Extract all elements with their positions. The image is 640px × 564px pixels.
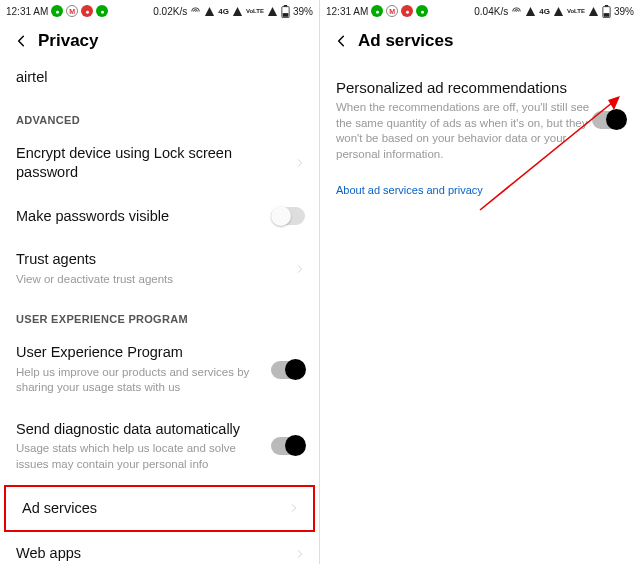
gmail-icon: M: [66, 5, 78, 17]
row-label: Send diagnostic data automatically: [16, 420, 269, 440]
settings-list: airtel ADVANCED Encrypt device using Loc…: [0, 64, 319, 564]
chevron-right-icon: [295, 262, 305, 276]
status-net: 4G: [218, 7, 229, 16]
row-trust-agents[interactable]: Trust agents View or deactivate trust ag…: [0, 238, 319, 299]
status-lte: VoLTE: [246, 8, 264, 14]
status-lte: VoLTE: [567, 8, 585, 14]
row-airtel[interactable]: airtel: [0, 64, 319, 100]
status-right: 0.04K/s 4G VoLTE 39%: [474, 5, 634, 18]
row-web-apps[interactable]: Web apps: [0, 532, 319, 564]
row-sublabel: Usage stats which help us locate and sol…: [16, 441, 269, 472]
chevron-right-icon: [295, 547, 305, 561]
whatsapp-icon: ●: [51, 5, 63, 17]
row-label: Encrypt device using Lock screen passwor…: [16, 144, 269, 183]
signal-icon: [525, 6, 536, 17]
row-label: Personalized ad recommendations: [336, 78, 590, 98]
chevron-right-icon: [295, 156, 305, 170]
status-bar: 12:31 AM ● M ● ● 0.02K/s 4G VoLTE 39%: [0, 0, 319, 22]
row-sublabel: View or deactivate trust agents: [16, 272, 269, 288]
status-battery: 39%: [614, 6, 634, 17]
signal-icon-2: [553, 6, 564, 17]
hotspot-icon: [190, 6, 201, 17]
status-bar: 12:31 AM ● M ● ● 0.04K/s 4G VoLTE 39%: [320, 0, 640, 22]
row-label: User Experience Program: [16, 343, 269, 363]
highlight-annotation: Ad services: [4, 485, 315, 533]
row-label: Web apps: [16, 544, 269, 564]
row-user-experience-program[interactable]: User Experience Program Help us improve …: [0, 331, 319, 408]
signal-icon-3: [588, 6, 599, 17]
page-title: Ad services: [358, 31, 453, 51]
section-advanced: ADVANCED: [0, 100, 319, 132]
page-title: Privacy: [38, 31, 99, 51]
row-send-diagnostic-data[interactable]: Send diagnostic data automatically Usage…: [0, 408, 319, 485]
svg-rect-2: [283, 13, 289, 17]
status-speed: 0.02K/s: [153, 6, 187, 17]
row-sublabel: Help us improve our products and service…: [16, 365, 269, 396]
status-time: 12:31 AM: [326, 6, 368, 17]
section-user-experience: USER EXPERIENCE PROGRAM: [0, 299, 319, 331]
row-label: Make passwords visible: [16, 207, 269, 227]
signal-icon-2: [232, 6, 243, 17]
gmail-icon: M: [386, 5, 398, 17]
whatsapp-icon: ●: [371, 5, 383, 17]
row-ad-services[interactable]: Ad services: [6, 487, 313, 531]
hotspot-icon: [511, 6, 522, 17]
status-time: 12:31 AM: [6, 6, 48, 17]
row-personalized-ad-recommendations[interactable]: Personalized ad recommendations When the…: [320, 64, 640, 176]
toggle-personalized-ads[interactable]: [592, 111, 626, 129]
header: Privacy: [0, 22, 319, 64]
toggle-diagnostic-data[interactable]: [271, 437, 305, 455]
status-net: 4G: [539, 7, 550, 16]
status-left: 12:31 AM ● M ● ●: [6, 5, 108, 17]
svg-rect-5: [604, 13, 610, 17]
app-icon: ●: [96, 5, 108, 17]
status-right: 0.02K/s 4G VoLTE 39%: [153, 5, 313, 18]
status-left: 12:31 AM ● M ● ●: [326, 5, 428, 17]
back-icon[interactable]: [330, 30, 352, 52]
header: Ad services: [320, 22, 640, 64]
row-label: airtel: [16, 68, 269, 88]
row-label: Ad services: [22, 499, 263, 519]
toggle-passwords-visible[interactable]: [271, 207, 305, 225]
screen-privacy: 12:31 AM ● M ● ● 0.02K/s 4G VoLTE 39%: [0, 0, 320, 564]
signal-icon: [204, 6, 215, 17]
row-make-passwords-visible[interactable]: Make passwords visible: [0, 195, 319, 239]
row-sublabel: When the recommendations are off, you'll…: [336, 100, 590, 162]
battery-icon: [602, 5, 611, 18]
toggle-user-experience[interactable]: [271, 361, 305, 379]
row-encrypt-device[interactable]: Encrypt device using Lock screen passwor…: [0, 132, 319, 195]
notification-icon: ●: [81, 5, 93, 17]
settings-list: Personalized ad recommendations When the…: [320, 64, 640, 196]
chevron-right-icon: [289, 501, 299, 515]
app-icon: ●: [416, 5, 428, 17]
battery-icon: [281, 5, 290, 18]
link-about-ad-services[interactable]: About ad services and privacy: [320, 176, 640, 196]
row-label: Trust agents: [16, 250, 269, 270]
screen-ad-services: 12:31 AM ● M ● ● 0.04K/s 4G VoLTE 39%: [320, 0, 640, 564]
signal-icon-3: [267, 6, 278, 17]
notification-icon: ●: [401, 5, 413, 17]
status-battery: 39%: [293, 6, 313, 17]
back-icon[interactable]: [10, 30, 32, 52]
status-speed: 0.04K/s: [474, 6, 508, 17]
